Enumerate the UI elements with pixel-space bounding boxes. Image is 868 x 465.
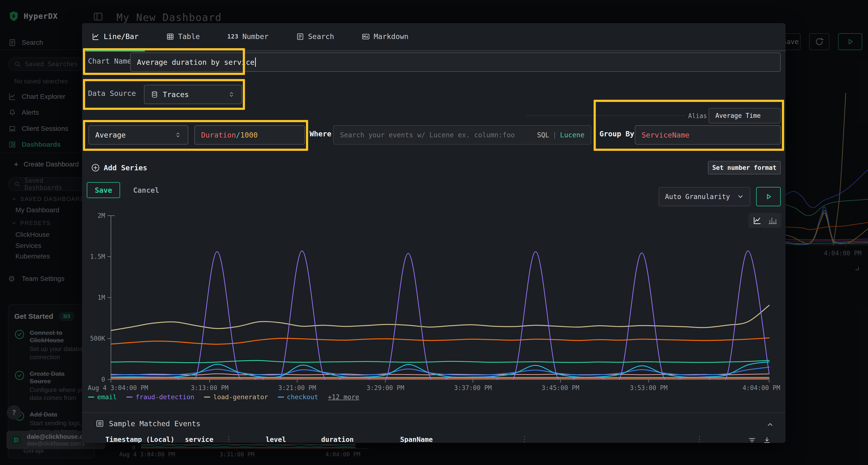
legend-item[interactable]: email	[88, 393, 117, 401]
sidebar-item-label: Dashboards	[22, 141, 61, 148]
tile-resize-handle[interactable]	[853, 265, 859, 271]
field-expression-input[interactable]: Duration/1000	[194, 125, 305, 144]
get-started-title: Get Started	[14, 312, 53, 321]
sidebar-item-services[interactable]: Services	[16, 242, 41, 250]
sidebar-item-search[interactable]: Search	[8, 38, 43, 47]
circle-plus-icon	[91, 163, 100, 172]
play-icon	[764, 192, 773, 201]
column-resize-handle[interactable]: ⋮	[696, 435, 703, 443]
lucene-toggle[interactable]: Lucene	[560, 131, 585, 139]
column-resize-handle[interactable]: ⋮	[521, 435, 528, 443]
text-cursor	[255, 58, 256, 67]
chevron-down-icon	[11, 220, 17, 226]
save-button[interactable]: Save	[87, 182, 120, 198]
data-source-label: Data Source	[88, 89, 136, 98]
play-icon	[845, 37, 855, 46]
add-series-button[interactable]: Add Series	[91, 163, 147, 172]
legend-item[interactable]: load-generator	[204, 393, 268, 401]
sql-toggle[interactable]: SQL	[537, 131, 549, 139]
column-header-service[interactable]: service	[185, 436, 213, 443]
background-tile-chart: 4:04:00 PM	[785, 60, 868, 255]
select-chevrons-icon	[228, 90, 235, 99]
download-icon[interactable]	[763, 436, 771, 443]
create-dashboard-button[interactable]: + Create Dashboard	[14, 160, 79, 168]
where-search-input[interactable]: Search your events w/ Lucene ex. column:…	[333, 125, 591, 144]
dashboard-grid-icon	[8, 140, 17, 148]
run-chart-button[interactable]	[756, 187, 781, 206]
check-circle-icon	[14, 370, 25, 381]
alias-input[interactable]: Average Time	[709, 108, 781, 123]
set-number-format-button[interactable]: Set number format	[708, 161, 781, 174]
column-header-spanname[interactable]: SpanName	[400, 436, 433, 443]
sidebar-item-my-dashboard[interactable]: My Dashboard	[16, 206, 59, 214]
svg-text:3:37:00 PM: 3:37:00 PM	[454, 384, 492, 392]
svg-text:1.5M: 1.5M	[90, 253, 105, 260]
svg-text:4:04:00 PM: 4:04:00 PM	[742, 384, 780, 392]
gear-icon: ⚙	[8, 275, 17, 283]
table-icon	[166, 33, 174, 41]
help-button[interactable]: ?	[7, 405, 21, 420]
avatar: D	[10, 434, 23, 446]
sidebar-item-client-sessions[interactable]: Client Sessions	[8, 125, 68, 133]
sidebar-item-clickhouse[interactable]: ClickHouse	[16, 231, 50, 238]
select-chevrons-icon	[174, 131, 182, 139]
column-header-level[interactable]: level	[266, 436, 286, 443]
sidebar-toggle-icon[interactable]	[93, 11, 104, 22]
where-label: Where	[310, 130, 331, 138]
group-by-input[interactable]: ServiceName	[635, 125, 781, 144]
app-logo[interactable]: HyperDX	[8, 10, 58, 22]
sidebar-item-kubernetes[interactable]: Kubernetes	[16, 253, 50, 260]
column-resize-handle[interactable]: ⋮	[225, 435, 232, 443]
legend-item[interactable]: fraud-detection	[126, 393, 194, 401]
sidebar-item-team-settings[interactable]: ⚙ Team Settings	[8, 275, 64, 283]
saved-searches-input[interactable]: Saved Searches	[8, 57, 85, 71]
granularity-select[interactable]: Auto Granularity	[659, 187, 750, 206]
section-saved-dashboards[interactable]: SAVED DASHBOARDS	[11, 196, 89, 202]
search-icon	[14, 180, 21, 188]
aggregation-select[interactable]: Average	[89, 125, 188, 144]
refresh-button[interactable]	[809, 33, 830, 50]
sidebar-item-chart-explorer[interactable]: Chart Explorer	[8, 93, 65, 101]
create-dashboard-label: Create Dashboard	[24, 161, 79, 168]
sidebar-item-label: Search	[22, 39, 43, 46]
get-started-item[interactable]: Connect to ClickHouse Set up your databa…	[14, 329, 89, 361]
sidebar-item-dashboards[interactable]: Dashboards	[8, 140, 61, 148]
column-header-duration[interactable]: duration	[321, 436, 354, 443]
hyperdx-logo-icon	[8, 10, 19, 22]
saved-dashboards-input[interactable]: Saved Dashboards	[8, 177, 85, 191]
tab-number[interactable]: 123 Number	[224, 23, 272, 50]
123-icon: 123	[227, 33, 239, 40]
svg-text:500K: 500K	[90, 335, 105, 342]
sample-events-title: Sample Matched Events	[109, 420, 200, 428]
legend-swatch	[126, 397, 133, 398]
chart-line-icon	[8, 93, 17, 101]
chart-legend: email fraud-detection load-generator che…	[88, 393, 359, 401]
chart-editor-modal: Line/Bar Table 123 Number Search Markdow…	[82, 23, 785, 443]
plus-icon: +	[14, 160, 18, 168]
brand-name: HyperDX	[24, 11, 58, 21]
column-header-timestamp[interactable]: Timestamp (Local)	[105, 436, 175, 443]
cancel-button[interactable]: Cancel	[133, 182, 159, 198]
tab-table[interactable]: Table	[163, 23, 203, 50]
legend-swatch	[278, 397, 284, 398]
get-started-item[interactable]: Create Data Source Configure where your …	[14, 370, 89, 402]
data-source-select[interactable]: Traces	[144, 85, 242, 104]
chart-type-tabs: Line/Bar Table 123 Number Search Markdow…	[82, 23, 785, 52]
run-query-button[interactable]	[838, 33, 862, 50]
collapse-chevron-icon[interactable]	[766, 421, 774, 428]
saved-dashboards-placeholder: Saved Dashboards	[24, 177, 80, 191]
filter-icon[interactable]	[748, 436, 756, 443]
tab-line-bar[interactable]: Line/Bar	[89, 23, 142, 50]
tab-search[interactable]: Search	[293, 23, 337, 50]
sidebar-item-label: Alerts	[22, 109, 39, 117]
section-presets[interactable]: PRESETS	[11, 220, 51, 227]
preview-chart: 0500K1M1.5M2MAug 4 3:04:00 PM3:13:00 PM3…	[87, 209, 781, 392]
no-saved-searches-text: No saved searches	[0, 77, 82, 85]
legend-item[interactable]: checkout	[278, 393, 318, 401]
legend-more-link[interactable]: +12 more	[328, 393, 359, 401]
tab-markdown[interactable]: Markdown	[359, 23, 411, 50]
divider	[0, 49, 82, 50]
markdown-icon	[362, 33, 370, 41]
chart-name-input[interactable]: Average duration by service	[130, 53, 781, 72]
sidebar-item-alerts[interactable]: Alerts	[8, 108, 39, 117]
